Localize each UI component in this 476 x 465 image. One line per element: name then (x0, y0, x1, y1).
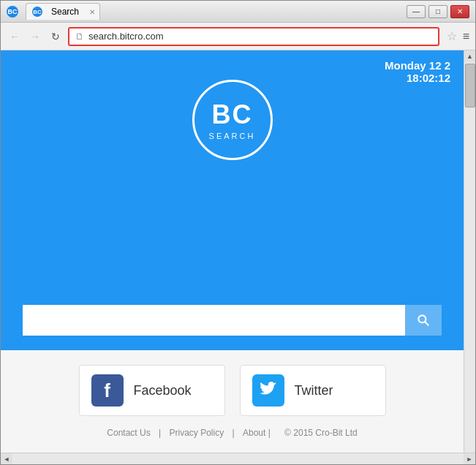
browser-menu-icon[interactable]: ≡ (463, 30, 469, 43)
minimize-button[interactable]: — (407, 5, 426, 18)
social-row: f Facebook Twitter (23, 365, 442, 416)
footer-about[interactable]: About | (243, 428, 271, 438)
search-section (1, 290, 464, 350)
facebook-icon: f (91, 374, 124, 407)
twitter-icon (252, 374, 284, 407)
maximize-button[interactable]: □ (428, 5, 447, 18)
browser-tab[interactable]: BC Search ✕ (26, 3, 100, 20)
facebook-card[interactable]: f Facebook (79, 365, 225, 416)
scroll-up-button[interactable]: ▲ (464, 50, 475, 62)
titlebar: BC BC Search ✕ — □ ✕ (1, 1, 475, 23)
footer-contact[interactable]: Contact Us (107, 428, 150, 438)
date-text: Monday 12 2 (385, 59, 450, 72)
address-box[interactable]: 🗋 search.bitcro.com (68, 27, 439, 46)
search-button[interactable] (405, 305, 442, 336)
tab-title: Search (51, 7, 79, 17)
back-button[interactable]: ← (7, 29, 23, 45)
logo-bc-text: BC (212, 99, 253, 130)
datetime-display: Monday 12 2 18:02:12 (385, 59, 450, 84)
time-text: 18:02:12 (385, 72, 450, 84)
forward-button[interactable]: → (27, 29, 43, 45)
page-content: Monday 12 2 18:02:12 BC SEARCH (1, 50, 464, 453)
footer-copyright-text: © 2015 Cro-Bit Ltd (284, 428, 358, 438)
scroll-right-button[interactable]: ► (464, 453, 475, 464)
browser-window: BC BC Search ✕ — □ ✕ ← → ↻ 🗋 search.bitc… (0, 0, 476, 465)
page-top: Monday 12 2 18:02:12 BC SEARCH (1, 50, 464, 290)
svg-line-1 (425, 322, 428, 325)
footer-privacy[interactable]: Privacy Policy (169, 428, 224, 438)
addressbar: ← → ↻ 🗋 search.bitcro.com ☆ ≡ (1, 23, 475, 50)
search-input[interactable] (23, 305, 405, 336)
twitter-label: Twitter (295, 383, 333, 398)
close-button[interactable]: ✕ (450, 5, 469, 18)
tab-icon: BC (32, 7, 42, 17)
twitter-bird-icon (260, 382, 277, 399)
tab-close-button[interactable]: ✕ (89, 8, 95, 16)
scroll-thumb[interactable] (465, 64, 475, 107)
footer-sep1: | (159, 428, 163, 438)
page-bottom: f Facebook Twitter Contact Us (1, 350, 464, 453)
page-icon: 🗋 (75, 31, 84, 42)
window-controls: — □ ✕ (407, 5, 469, 18)
logo-search-text: SEARCH (209, 132, 256, 140)
browser-icon: BC (7, 6, 18, 18)
footer-sep2: | (233, 428, 237, 438)
browser-content: Monday 12 2 18:02:12 BC SEARCH (1, 50, 475, 453)
logo-circle: BC SEARCH (192, 80, 273, 160)
facebook-label: Facebook (134, 383, 192, 398)
scroll-left-button[interactable]: ◄ (1, 453, 12, 464)
search-icon (416, 313, 431, 328)
url-text: search.bitcro.com (88, 31, 432, 42)
bookmark-icon[interactable]: ☆ (447, 29, 457, 43)
horizontal-scrollbar[interactable]: ◄ ► (1, 453, 475, 464)
twitter-card[interactable]: Twitter (240, 365, 386, 416)
reload-button[interactable]: ↻ (48, 29, 64, 45)
hscroll-track (12, 453, 464, 464)
vertical-scrollbar[interactable]: ▲ (464, 50, 475, 453)
footer: Contact Us | Privacy Policy | About | © … (23, 428, 442, 438)
